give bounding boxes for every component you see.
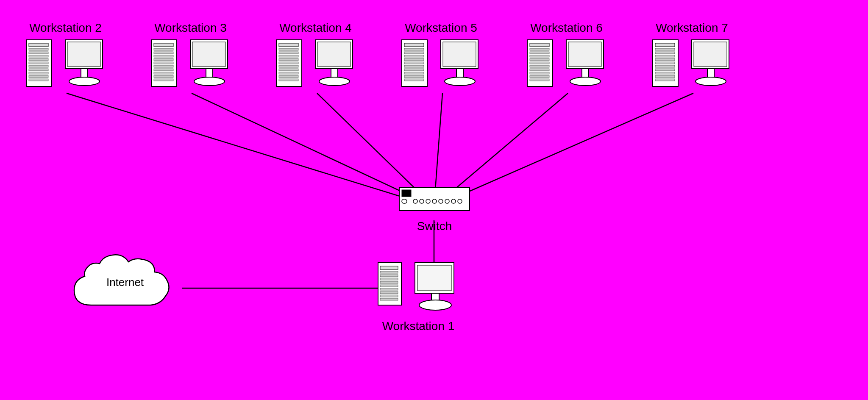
svg-rect-34 [154,75,173,78]
svg-rect-78 [530,62,549,64]
svg-rect-74 [530,48,549,50]
svg-rect-96 [655,69,675,71]
svg-rect-63 [404,65,424,67]
svg-rect-32 [154,69,173,71]
workstation-1-icon [377,262,459,317]
svg-rect-120 [380,281,398,283]
svg-rect-59 [404,52,424,54]
svg-rect-18 [29,75,48,78]
svg-rect-45 [279,58,298,61]
svg-rect-125 [380,298,398,300]
svg-rect-26 [154,48,173,50]
workstation-2-group: Workstation 2 [25,21,106,100]
svg-rect-33 [154,72,173,74]
svg-rect-58 [404,48,424,50]
workstation-4-label: Workstation 4 [279,21,352,35]
workstation-6-label: Workstation 6 [530,21,603,35]
svg-rect-50 [279,75,298,78]
svg-rect-28 [154,55,173,57]
workstation-6-icon [526,39,606,100]
svg-rect-90 [655,48,675,50]
workstation-1-label: Workstation 1 [382,319,455,333]
svg-rect-31 [154,65,173,67]
svg-rect-80 [530,69,549,71]
svg-rect-48 [279,69,298,71]
svg-rect-85 [568,42,601,67]
svg-rect-122 [380,288,398,290]
workstation-1-group: Workstation 1 [377,262,459,333]
svg-rect-27 [154,52,173,54]
svg-point-129 [419,300,451,310]
svg-point-55 [319,77,350,86]
switch-label: Switch [398,219,470,233]
workstation-5-label: Workstation 5 [405,21,477,35]
svg-rect-118 [380,275,398,277]
svg-rect-46 [279,62,298,64]
svg-rect-25 [154,43,173,47]
workstation-4-icon [275,39,356,100]
svg-rect-10 [29,48,48,50]
svg-rect-57 [404,43,424,47]
svg-rect-83 [530,79,549,81]
svg-rect-17 [29,72,48,74]
svg-rect-51 [279,79,298,81]
svg-rect-65 [404,72,424,74]
svg-rect-121 [380,285,398,287]
workstation-5-icon [401,39,481,100]
svg-rect-97 [655,72,675,74]
svg-rect-69 [443,42,476,67]
svg-rect-37 [192,42,225,67]
workstation-7-label: Workstation 7 [656,21,728,35]
svg-rect-44 [279,55,298,57]
svg-rect-75 [530,52,549,54]
svg-rect-73 [530,43,549,47]
switch-group: Switch [398,186,470,233]
svg-rect-79 [530,65,549,67]
svg-rect-93 [655,58,675,61]
svg-rect-119 [380,278,398,280]
svg-rect-92 [655,55,675,57]
svg-rect-91 [655,52,675,54]
svg-rect-9 [29,43,48,47]
svg-rect-94 [655,62,675,64]
internet-group: Internet [66,246,184,319]
svg-rect-29 [154,58,173,61]
svg-rect-124 [380,295,398,297]
svg-point-87 [570,77,601,86]
svg-rect-81 [530,72,549,74]
svg-line-1 [192,93,434,207]
svg-rect-21 [67,42,100,67]
svg-rect-42 [279,48,298,50]
svg-point-39 [194,77,225,86]
svg-rect-12 [29,55,48,57]
svg-rect-117 [380,271,398,273]
svg-text:Internet: Internet [106,276,144,289]
svg-rect-13 [29,58,48,61]
svg-point-103 [696,77,726,86]
svg-rect-76 [530,55,549,57]
svg-line-0 [67,93,434,207]
svg-rect-11 [29,52,48,54]
svg-rect-62 [404,62,424,64]
workstation-2-icon [25,39,106,100]
workstation-7-group: Workstation 7 [652,21,732,100]
svg-rect-61 [404,58,424,61]
svg-rect-60 [404,55,424,57]
svg-rect-64 [404,69,424,71]
svg-rect-99 [655,79,675,81]
svg-rect-47 [279,65,298,67]
workstation-6-group: Workstation 6 [526,21,606,100]
svg-line-5 [434,93,693,207]
svg-rect-53 [317,42,351,67]
internet-cloud-icon: Internet [66,246,184,318]
svg-rect-89 [655,43,675,47]
svg-rect-30 [154,62,173,64]
svg-rect-82 [530,75,549,78]
svg-rect-41 [279,43,298,47]
svg-rect-77 [530,58,549,61]
svg-rect-116 [380,266,398,269]
switch-icon [398,186,470,216]
svg-rect-101 [694,42,727,67]
svg-rect-66 [404,75,424,78]
svg-rect-35 [154,79,173,81]
